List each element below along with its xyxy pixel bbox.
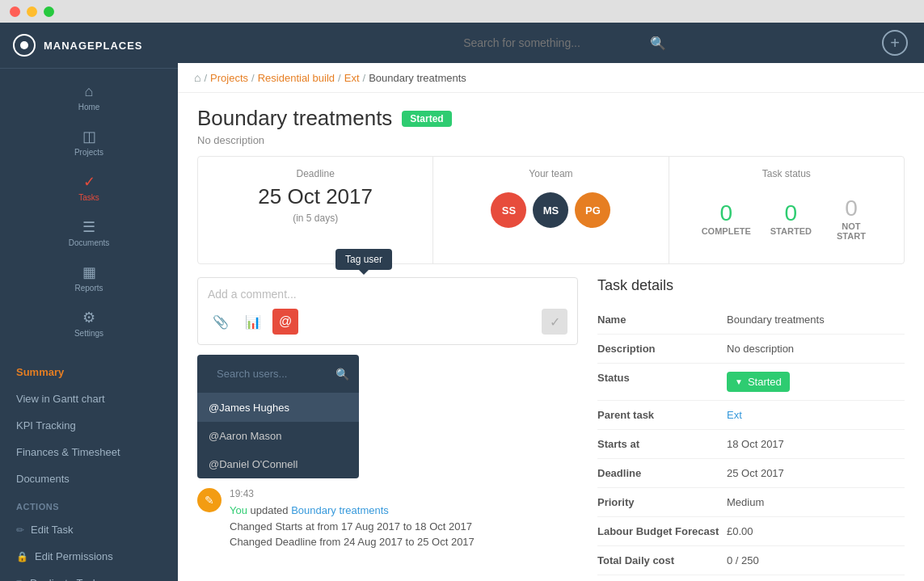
started-number: 0 (770, 200, 812, 226)
detail-val-daily-cost: 0 / 250 (727, 554, 905, 566)
team-avatars: SS MS PG (449, 184, 652, 236)
deadline-block: Deadline 25 Oct 2017 (in 5 days) (198, 157, 433, 263)
comment-submit-button[interactable]: ✓ (542, 309, 567, 335)
sidebar-item-settings[interactable]: ⚙ Settings (0, 301, 178, 346)
maximize-dot[interactable] (44, 6, 54, 17)
comment-box: Add a comment... 📎 📊 @ Tag user ✓ (197, 277, 578, 345)
user-search-input[interactable] (207, 361, 329, 386)
task-status-label: Task status (686, 168, 888, 179)
complete-number: 0 (702, 200, 751, 226)
sidebar-item-home[interactable]: ⌂ Home (0, 75, 178, 120)
comment-you: You (230, 504, 247, 516)
projects-icon: ◫ (82, 128, 96, 145)
documents-menu-label: Documents (16, 473, 70, 485)
logo: MANAGEPLACES (0, 23, 178, 69)
comment-line1: Changed Starts at from 17 Aug 2017 to 18… (230, 520, 472, 533)
complete-label: COMPLETE (702, 226, 751, 236)
breadcrumb-home-icon[interactable]: ⌂ (194, 71, 200, 84)
detail-key-deadline: Deadline (597, 467, 727, 479)
detail-key-status: Status (597, 372, 727, 384)
status-select-button[interactable]: ▼ Started (727, 372, 790, 392)
detail-key-daily-cost: Total Daily cost (597, 554, 727, 566)
menu-item-kpi[interactable]: KPI Tracking (0, 412, 178, 439)
sidebar-item-documents[interactable]: ☰ Documents (0, 210, 178, 255)
topbar: 🔍 + (178, 23, 924, 63)
status-badge: Started (402, 111, 451, 127)
user-list-item-james[interactable]: @James Hughes (197, 394, 359, 422)
detail-key-priority: Priority (597, 496, 727, 508)
detail-key-description: Description (597, 343, 727, 355)
sidebar-item-projects[interactable]: ◫ Projects (0, 120, 178, 165)
breadcrumb-sep-1: / (204, 72, 207, 84)
deadline-value: 25 Oct 2017 (214, 184, 416, 209)
avatar-ss[interactable]: SS (491, 192, 526, 228)
page-description: No description (197, 134, 905, 146)
page-header: Boundary treatments Started No descripti… (178, 93, 924, 146)
sidebar-item-reports[interactable]: ▦ Reports (0, 255, 178, 301)
tasks-label: Tasks (78, 193, 99, 202)
started-label: STARTED (770, 226, 812, 236)
comment-task-link[interactable]: Boundary treatments (291, 504, 389, 516)
detail-val-labour: £0.00 (727, 525, 905, 537)
team-label: Your team (449, 168, 652, 179)
avatar-ms[interactable]: MS (533, 192, 568, 228)
deadline-sub: (in 5 days) (214, 213, 416, 224)
tasks-icon: ✓ (83, 173, 95, 191)
status-arrow-icon: ▼ (735, 377, 743, 386)
detail-key-labour: Labour Budget Forecast (597, 525, 727, 537)
detail-val-description: No description (727, 343, 905, 355)
menu-item-edit-permissions[interactable]: 🔒 Edit Permissions (0, 543, 178, 570)
comment-text: You updated Boundary treatments Changed … (230, 503, 578, 550)
breadcrumb-current: Boundary treatments (369, 72, 466, 84)
team-block: Your team SS MS PG (433, 157, 669, 263)
sidebar-item-tasks[interactable]: ✓ Tasks (0, 165, 178, 210)
documents-icon: ☰ (82, 218, 95, 236)
detail-val-parent[interactable]: Ext (727, 409, 905, 421)
main-area: 🔍 + ⌂ / Projects / Residential build / E… (178, 23, 924, 581)
user-list-item-daniel[interactable]: @Daniel O'Connell (197, 450, 359, 478)
content-area: ⌂ / Projects / Residential build / Ext /… (178, 63, 924, 581)
close-dot[interactable] (10, 6, 20, 17)
tag-tooltip-text: Tag user (345, 254, 382, 265)
page-title: Boundary treatments (197, 106, 392, 131)
task-status-block: Task status 0 COMPLETE 0 STARTED 0 NOT S (669, 157, 904, 263)
detail-row-parent: Parent task Ext (597, 401, 905, 430)
edit-permissions-label: Edit Permissions (35, 550, 113, 562)
breadcrumb-ext[interactable]: Ext (344, 72, 360, 84)
menu-item-documents[interactable]: Documents (0, 465, 178, 492)
menu-item-edit-task[interactable]: ✏ Edit Task (0, 516, 178, 543)
avatar-pg[interactable]: PG (575, 192, 610, 228)
comment-body: 19:43 You updated Boundary treatments Ch… (230, 488, 578, 550)
menu-item-summary[interactable]: Summary (0, 359, 178, 385)
edit-avatar: ✎ (197, 488, 222, 512)
stats-bar: Deadline 25 Oct 2017 (in 5 days) Your te… (197, 156, 905, 264)
left-column: Add a comment... 📎 📊 @ Tag user ✓ (197, 277, 578, 581)
add-button[interactable]: + (882, 30, 908, 56)
user-list-item-aaron[interactable]: @Aaron Mason (197, 422, 359, 450)
page-title-row: Boundary treatments Started (197, 106, 905, 131)
breadcrumb: ⌂ / Projects / Residential build / Ext /… (178, 63, 924, 93)
comment-placeholder[interactable]: Add a comment... (208, 288, 567, 301)
search-input[interactable] (401, 36, 643, 49)
started-count: 0 STARTED (770, 200, 812, 236)
menu-item-finances[interactable]: Finances & Timesheet (0, 439, 178, 465)
breadcrumb-projects[interactable]: Projects (210, 72, 248, 84)
detail-row-starts: Starts at 18 Oct 2017 (597, 430, 905, 459)
detail-row-daily-cost: Total Daily cost 0 / 250 (597, 546, 905, 575)
chart-button[interactable]: 📊 (240, 309, 266, 335)
status-value: Started (748, 376, 782, 388)
breadcrumb-residential[interactable]: Residential build (258, 72, 335, 84)
detail-val-priority: Medium (727, 496, 905, 508)
notstart-number: 0 (831, 196, 871, 221)
minimize-dot[interactable] (27, 6, 37, 17)
edit-task-label: Edit Task (31, 524, 74, 536)
menu-item-duplicate-task[interactable]: ⧉ Duplicate Task (0, 570, 178, 581)
tag-user-button[interactable]: @ (272, 309, 298, 335)
menu-item-gantt[interactable]: View in Gantt chart (0, 385, 178, 412)
breadcrumb-sep-3: / (338, 72, 341, 84)
breadcrumb-sep-2: / (251, 72, 255, 84)
attach-button[interactable]: 📎 (208, 309, 234, 335)
task-details-title: Task details (597, 277, 905, 294)
detail-key-starts: Starts at (597, 438, 727, 450)
detail-row-name: Name Boundary treatments (597, 305, 905, 335)
